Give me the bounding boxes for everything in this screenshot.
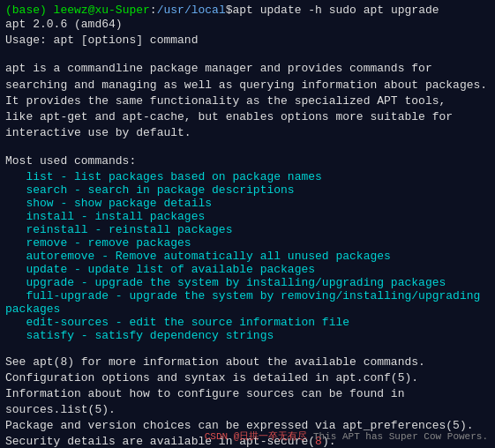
cmd-show: show - show package details xyxy=(5,197,490,210)
cmd-satisfy: satisfy - satisfy dependency strings xyxy=(5,329,490,342)
output-line-1: apt 2.0.6 (amd64) xyxy=(5,17,490,33)
prompt-path: /usr/local xyxy=(157,4,226,17)
blank-1 xyxy=(5,49,490,61)
prompt-line: (base) leewz@xu-Super:/usr/local$ apt up… xyxy=(5,4,490,17)
output-line-10: Configuration options and syntax is deta… xyxy=(5,370,490,386)
cmd-install: install - install packages xyxy=(5,210,490,223)
watermark-csdn: CSDN @日拱一卒无有尽 xyxy=(205,431,308,442)
output-line-6: like apt-get and apt-cache, but enables … xyxy=(5,109,490,125)
prompt-prefix: (base) leewz xyxy=(5,4,88,17)
output-line-2: Usage: apt [options] command xyxy=(5,33,490,49)
output-line-8: Most used commands: xyxy=(5,153,490,169)
output-line-9: See apt(8) for more information about th… xyxy=(5,355,490,370)
prompt-colon: : xyxy=(150,4,157,17)
cmd-edit-sources: edit-sources - edit the source informati… xyxy=(5,316,490,329)
output-line-7: interactive use by default. xyxy=(5,125,490,141)
prompt-host: xu-Super xyxy=(94,4,149,17)
cmd-update: update - update list of available packag… xyxy=(5,263,490,276)
blank-2 xyxy=(5,141,490,153)
output-line-5: It provides the same functionality as th… xyxy=(5,93,490,109)
cmd-autoremove: autoremove - Remove automatically all un… xyxy=(5,250,490,263)
cmd-reinstall: reinstall - reinstall packages xyxy=(5,223,490,236)
cmd-full-upgrade: full-upgrade - upgrade the system by rem… xyxy=(5,289,490,316)
cmd-search: search - search in package descriptions xyxy=(5,183,490,197)
watermark: CSDN @日拱一卒无有尽 This APT has Super Cow Pow… xyxy=(205,429,488,443)
cmd-list: list - list packages based on package na… xyxy=(5,170,490,183)
prompt-command: apt update -h sudo apt upgrade xyxy=(233,4,439,17)
blank-3 xyxy=(5,342,490,355)
cmd-remove: remove - remove packages xyxy=(5,236,490,250)
output-line-11: Information about how to configure sourc… xyxy=(5,386,490,418)
prompt-dollar: $ xyxy=(226,4,233,17)
output-line-4: searching and managing as well as queryi… xyxy=(5,78,490,93)
output-line-3: apt is a commandline package manager and… xyxy=(5,61,490,77)
cmd-upgrade: upgrade - upgrade the system by installi… xyxy=(5,276,490,289)
prompt-at: @ xyxy=(88,4,95,17)
watermark-slogan: This APT has Super Cow Powers. xyxy=(313,431,488,442)
terminal: (base) leewz@xu-Super:/usr/local$ apt up… xyxy=(0,0,495,448)
